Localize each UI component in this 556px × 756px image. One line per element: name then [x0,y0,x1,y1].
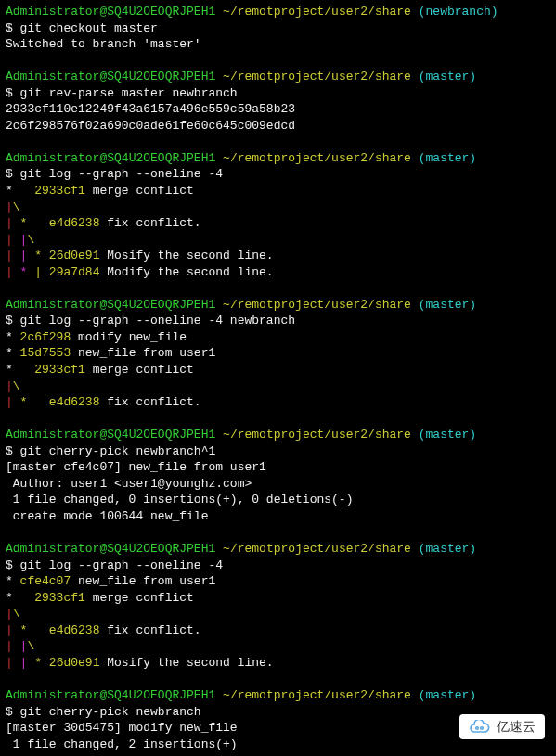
prompt-line: Administrator@SQ4U2OEOQRJPEH1 ~/remotpro… [6,687,550,704]
graph-line: |\ [6,199,550,216]
graph-line: | | * 26d0e91 Mosify the second line. [6,248,550,264]
command-line[interactable]: $ git cherry-pick newbranch^1 [6,443,550,460]
graph-line: | |\ [6,638,550,655]
graph-line: * 2933cf1 merge conflict [6,362,550,378]
command-line[interactable]: $ git log --graph --oneline -4 [6,166,550,183]
graph-line: | | * 26d0e91 Mosify the second line. [6,655,550,672]
output-line: 1 file changed, 0 insertions(+), 0 delet… [6,492,550,508]
graph-line: |\ [6,378,550,395]
commit-hash: e4d6238 [49,623,100,637]
graph-line: * 2c6f298 modify new_file [6,329,550,346]
graph-line: * cfe4c07 new_file from user1 [6,573,550,590]
commit-hash: 2933cf1 [34,591,85,605]
graph-line: | |\ [6,232,550,249]
prompt-line: Administrator@SQ4U2OEOQRJPEH1 ~/remotpro… [6,69,550,85]
commit-hash: 29a7d84 [49,265,100,279]
commit-hash: 26d0e91 [49,656,100,670]
output-line: Switched to branch 'master' [6,36,550,53]
svg-point-0 [476,726,479,729]
watermark-text: 亿速云 [497,718,536,736]
output-line: 2c6f298576f02a690c0ade61fe60c645c009edcd [6,118,550,135]
graph-line: * 2933cf1 merge conflict [6,183,550,199]
prompt-line: Administrator@SQ4U2OEOQRJPEH1 ~/remotpro… [6,427,550,443]
commit-hash: 15d7553 [20,346,71,360]
cloud-icon [469,720,491,735]
command-line[interactable]: $ git log --graph --oneline -4 newbranch [6,313,550,329]
commit-hash: 26d0e91 [49,249,100,263]
output-line: create mode 100644 new_file [6,508,550,525]
commit-hash: 2933cf1 [34,184,85,198]
prompt-path: ~/remotproject/user2/share [223,5,411,19]
graph-line: | * e4d6238 fix conflict. [6,215,550,232]
graph-line: * 2933cf1 merge conflict [6,590,550,607]
graph-line: |\ [6,606,550,622]
prompt-line: Administrator@SQ4U2OEOQRJPEH1 ~/remotpro… [6,541,550,557]
commit-hash: 2933cf1 [34,363,85,377]
watermark-badge: 亿速云 [459,714,545,739]
prompt-branch: (newbranch) [419,5,498,19]
commit-hash: 2c6f298 [20,330,71,344]
graph-line: | * e4d6238 fix conflict. [6,394,550,411]
svg-point-1 [481,726,484,729]
commit-hash: e4d6238 [49,395,100,409]
output-line: [master cfe4c07] new_file from user1 [6,459,550,476]
prompt-line: Administrator@SQ4U2OEOQRJPEH1 ~/remotpro… [6,297,550,314]
prompt-line: Administrator@SQ4U2OEOQRJPEH1 ~/remotpro… [6,150,550,167]
graph-line: | * e4d6238 fix conflict. [6,622,550,639]
output-line: Author: user1 <user1@younghz.com> [6,476,550,493]
commit-hash: cfe4c07 [20,574,71,588]
command-text: git checkout master [20,21,158,35]
graph-line: | * | 29a7d84 Modify the second line. [6,264,550,281]
command-line[interactable]: $ git checkout master [6,20,550,37]
command-line[interactable]: $ git rev-parse master newbranch [6,85,550,102]
prompt-line: Administrator@SQ4U2OEOQRJPEH1 ~/remotpro… [6,4,550,20]
output-line: 2933cf110e12249f43a6157a496e559c59a58b23 [6,101,550,118]
prompt-user-host: Administrator@SQ4U2OEOQRJPEH1 [6,5,215,19]
commit-hash: e4d6238 [49,216,100,230]
command-line[interactable]: $ git log --graph --oneline -4 [6,557,550,574]
graph-line: * 15d7553 new_file from user1 [6,345,550,362]
